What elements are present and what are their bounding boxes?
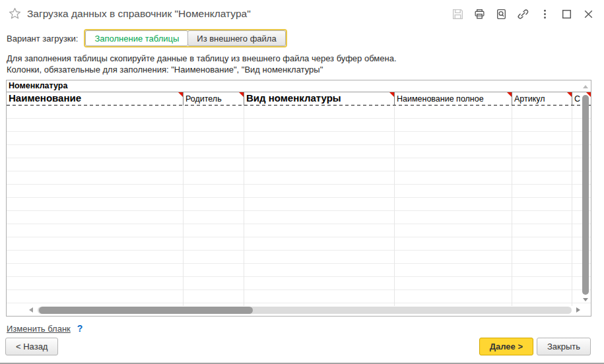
- load-variant-group: Заполнение таблицы Из внешнего файла: [84, 29, 286, 47]
- link-icon[interactable]: [516, 7, 529, 20]
- horizontal-scroll-track[interactable]: [38, 307, 572, 314]
- tab-external-file[interactable]: Из внешнего файла: [187, 30, 285, 46]
- body-column[interactable]: [572, 106, 581, 306]
- body-column[interactable]: [184, 106, 244, 306]
- next-button[interactable]: Далее >: [479, 338, 533, 355]
- body-column[interactable]: [244, 106, 395, 306]
- favorite-star-icon[interactable]: [9, 7, 21, 20]
- page-title: Загрузка данных в справочник "Номенклату…: [27, 8, 251, 20]
- column-header-article[interactable]: Артикул: [512, 92, 572, 106]
- column-header-kind[interactable]: Вид номенклатуры: [244, 92, 395, 106]
- instructions: Для заполнения таблицы скопируйте данные…: [7, 53, 397, 75]
- scroll-down-icon[interactable]: [583, 298, 588, 301]
- table-group-header: Номенклатура: [7, 80, 591, 92]
- scroll-up-icon[interactable]: [583, 85, 588, 88]
- save-icon[interactable]: [451, 7, 464, 20]
- body-column[interactable]: [395, 106, 512, 306]
- body-column[interactable]: [7, 106, 184, 306]
- maximize-icon[interactable]: [560, 7, 573, 20]
- vertical-scroll-thumb[interactable]: [582, 95, 589, 295]
- load-variant-row: Вариант загрузки: Заполнение таблицы Из …: [7, 29, 287, 47]
- horizontal-scroll-thumb[interactable]: [39, 307, 253, 314]
- column-header-parent[interactable]: Родитель: [184, 92, 244, 106]
- body-column[interactable]: [512, 106, 572, 306]
- horizontal-scrollbar[interactable]: [29, 305, 580, 315]
- column-header-fullname[interactable]: Наименование полное: [395, 92, 512, 106]
- close-icon[interactable]: [582, 7, 595, 20]
- print-icon[interactable]: [473, 7, 486, 20]
- load-variant-label: Вариант загрузки:: [7, 34, 78, 44]
- back-button[interactable]: < Назад: [5, 338, 58, 355]
- instruction-line-2: Колонки, обязательные для заполнения: "Н…: [7, 64, 397, 75]
- table-header-row: Наименование Родитель Вид номенклатуры Н…: [7, 92, 591, 106]
- instruction-line-1: Для заполнения таблицы скопируйте данные…: [7, 53, 397, 64]
- titlebar: Загрузка данных в справочник "Номенклату…: [0, 0, 604, 28]
- more-menu-icon[interactable]: [538, 7, 551, 20]
- table-body[interactable]: [7, 106, 591, 306]
- preview-icon[interactable]: [494, 7, 508, 20]
- close-button[interactable]: Закрыть: [537, 338, 591, 355]
- nomenclature-table: Номенклатура Наименование Родитель Вид н…: [6, 80, 591, 317]
- scroll-left-icon[interactable]: [29, 307, 33, 313]
- column-header-name[interactable]: Наименование: [7, 92, 184, 106]
- dialog-window: Загрузка данных в справочник "Номенклату…: [0, 0, 604, 364]
- footer-link-row: Изменить бланк ?: [7, 323, 83, 334]
- scroll-right-icon[interactable]: [576, 307, 580, 313]
- vertical-scrollbar[interactable]: [582, 84, 589, 303]
- change-form-link[interactable]: Изменить бланк: [7, 324, 71, 334]
- help-link[interactable]: ?: [77, 323, 83, 334]
- tab-fill-table[interactable]: Заполнение таблицы: [85, 30, 188, 46]
